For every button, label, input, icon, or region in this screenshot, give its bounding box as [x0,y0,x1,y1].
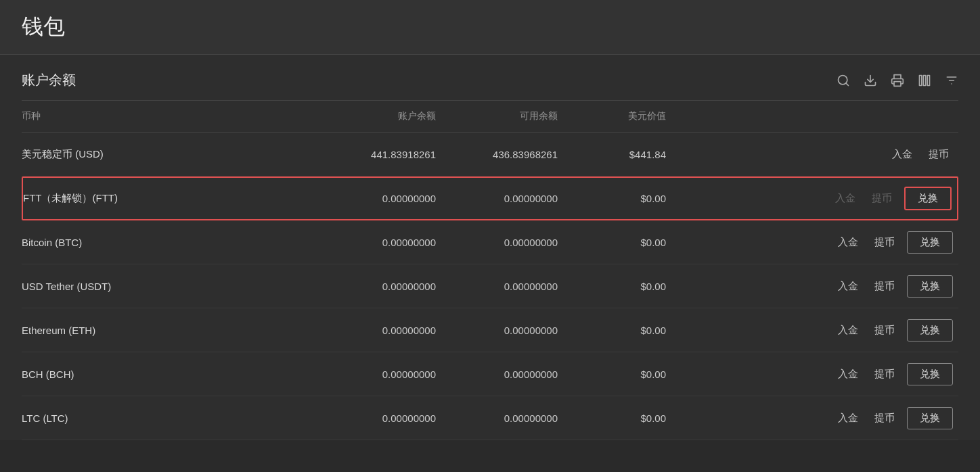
table-row: LTC (LTC) 0.00000000 0.00000000 $0.00 入金… [22,396,958,440]
page-header: 钱包 [0,0,980,55]
withdraw-button: 提币 [868,189,896,208]
table-row: 美元稳定币 (USD) 441.83918261 436.83968261 $4… [22,133,958,176]
th-balance: 账户余额 [314,110,436,122]
available-cell: 0.00000000 [436,369,558,380]
table-header-row: 币种 账户余额 可用余额 美元价值 [22,101,958,133]
main-content: 账户余额 [0,55,980,440]
svg-rect-4 [920,75,922,85]
available-cell: 0.00000000 [436,237,558,248]
svg-rect-6 [927,75,929,85]
search-icon[interactable] [837,74,850,87]
exchange-button[interactable]: 兑换 [907,407,953,429]
table-row: Ethereum (ETH) 0.00000000 0.00000000 $0.… [22,308,958,352]
currency-cell: USD Tether (USDT) [22,268,314,304]
withdraw-button[interactable]: 提币 [925,145,953,164]
actions-cell: 入金 提币 兑换 [666,319,958,341]
toolbar-icons [837,74,958,87]
actions-cell: 入金 提币 兑换 [666,407,958,429]
th-available: 可用余额 [436,110,558,122]
withdraw-button[interactable]: 提币 [870,365,899,383]
table-row: USD Tether (USDT) 0.00000000 0.00000000 … [22,264,958,308]
columns-icon[interactable] [918,74,931,87]
deposit-button: 入金 [831,189,860,208]
actions-cell: 入金 提币 兑换 [666,231,958,254]
table-row: BCH (BCH) 0.00000000 0.00000000 $0.00 入金… [22,352,958,396]
currency-cell: Bitcoin (BTC) [22,225,314,260]
balance-cell: 441.83918261 [314,149,436,160]
filter-icon[interactable] [945,74,958,87]
usd-value-cell: $0.00 [558,237,666,248]
table-row: Bitcoin (BTC) 0.00000000 0.00000000 $0.0… [22,220,958,264]
currency-cell: Ethereum (ETH) [22,312,314,348]
deposit-button[interactable]: 入金 [834,365,862,383]
table-container: 币种 账户余额 可用余额 美元价值 美元稳定币 (USD) 441.839182… [22,101,958,440]
currency-cell: FTT（未解锁）(FTT) [23,180,314,217]
deposit-button[interactable]: 入金 [834,233,862,252]
currency-cell: LTC (LTC) [22,400,314,436]
usd-value-cell: $0.00 [558,412,666,424]
withdraw-button[interactable]: 提币 [870,409,899,427]
exchange-button[interactable]: 兑换 [907,275,953,298]
available-cell: 0.00000000 [436,412,558,424]
section-header: 账户余额 [22,55,958,101]
download-icon[interactable] [864,74,877,87]
svg-rect-5 [923,75,925,85]
balance-cell: 0.00000000 [314,412,436,424]
page-title: 钱包 [22,14,65,39]
available-cell: 0.00000000 [436,193,558,204]
actions-cell: 入金 提币 兑换 [666,363,958,385]
withdraw-button[interactable]: 提币 [870,233,899,252]
svg-line-1 [846,82,849,85]
deposit-button[interactable]: 入金 [888,145,916,164]
actions-cell: 入金 提币 兑换 [666,187,957,210]
th-usd-value: 美元价值 [558,110,666,122]
balance-cell: 0.00000000 [314,237,436,248]
balance-cell: 0.00000000 [314,325,436,336]
usd-value-cell: $441.84 [558,149,666,160]
exchange-button[interactable]: 兑换 [904,187,952,210]
balance-cell: 0.00000000 [314,369,436,380]
actions-cell: 入金 提币 兑换 [666,275,958,298]
usd-value-cell: $0.00 [558,281,666,292]
deposit-button[interactable]: 入金 [834,321,862,339]
exchange-button[interactable]: 兑换 [907,363,953,385]
actions-cell: 入金 提币 [666,145,958,164]
withdraw-button[interactable]: 提币 [870,277,899,296]
usd-value-cell: $0.00 [558,325,666,336]
usd-value-cell: $0.00 [558,193,666,204]
available-cell: 436.83968261 [436,149,558,160]
withdraw-button[interactable]: 提币 [870,321,899,339]
deposit-button[interactable]: 入金 [834,409,862,427]
available-cell: 0.00000000 [436,325,558,336]
currency-cell: 美元稳定币 (USD) [22,136,314,173]
print-icon[interactable] [891,74,904,87]
deposit-button[interactable]: 入金 [834,277,862,296]
th-currency: 币种 [22,110,314,122]
balance-cell: 0.00000000 [314,281,436,292]
table-row-ftt: FTT（未解锁）(FTT) 0.00000000 0.00000000 $0.0… [22,176,958,220]
currency-cell: BCH (BCH) [22,356,314,392]
balance-cell: 0.00000000 [314,193,436,204]
section-title: 账户余额 [22,71,76,89]
usd-value-cell: $0.00 [558,369,666,380]
exchange-button[interactable]: 兑换 [907,231,953,254]
exchange-button[interactable]: 兑换 [907,319,953,341]
svg-rect-3 [894,81,901,86]
available-cell: 0.00000000 [436,281,558,292]
